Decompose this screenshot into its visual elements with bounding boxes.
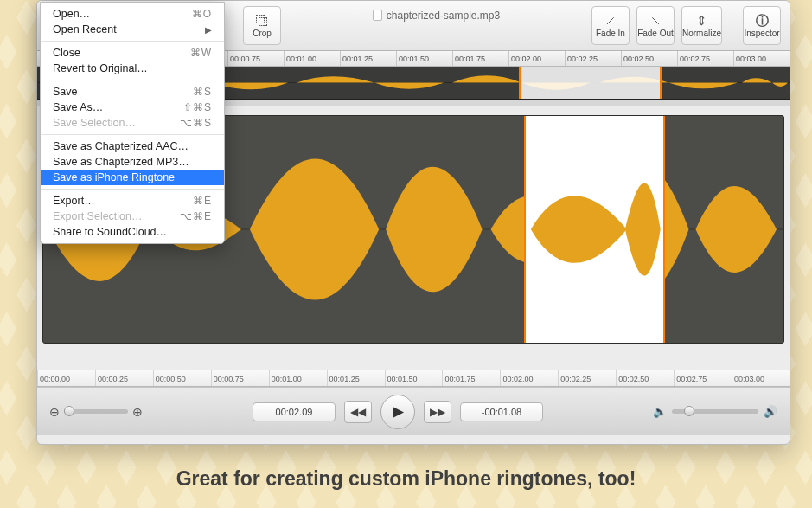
menu-save-ringtone[interactable]: Save as iPhone Ringtone <box>41 170 224 185</box>
menu-save-selection: Save Selection…⌥⌘S <box>41 115 224 131</box>
volume-slider[interactable] <box>672 409 758 414</box>
menu-separator <box>41 80 224 80</box>
crop-icon: ⿻ <box>256 13 269 29</box>
file-icon <box>373 10 382 21</box>
window-title: chapterized-sample.mp3 <box>288 10 585 22</box>
info-icon: ⓘ <box>756 13 769 29</box>
menu-save-as[interactable]: Save As…⇧⌘S <box>41 100 224 115</box>
fade-out-button[interactable]: ⟍ Fade Out <box>636 6 675 45</box>
crop-label: Crop <box>253 29 272 38</box>
volume-knob[interactable] <box>684 406 694 416</box>
waveform-selection[interactable] <box>524 116 665 343</box>
menu-separator <box>41 189 224 190</box>
menu-share-soundcloud[interactable]: Share to SoundCloud… <box>41 224 224 240</box>
zoom-in-icon[interactable]: ⊕ <box>132 405 143 419</box>
zoom-out-icon[interactable]: ⊖ <box>49 405 60 419</box>
remaining-time: -00:01.08 <box>460 402 543 421</box>
menu-close[interactable]: Close⌘W <box>41 45 224 61</box>
zoom-knob[interactable] <box>64 406 74 416</box>
menu-separator <box>41 41 224 42</box>
menu-export-selection: Export Selection…⌥⌘E <box>41 209 224 224</box>
volume-control: 🔈 🔊 <box>653 405 777 418</box>
menu-save-mp3[interactable]: Save as Chapterized MP3… <box>41 154 224 170</box>
fade-out-icon: ⟍ <box>649 13 662 29</box>
menu-revert[interactable]: Revert to Original… <box>41 61 224 76</box>
fade-in-label: Fade In <box>596 29 625 38</box>
play-button[interactable]: ▶ <box>380 395 415 429</box>
menu-save-aac[interactable]: Save as Chapterized AAC… <box>41 138 224 154</box>
fade-in-button[interactable]: ⟋ Fade In <box>591 6 630 45</box>
inspector-button[interactable]: ⓘ Inspector <box>743 6 781 45</box>
menu-separator <box>41 134 224 135</box>
volume-low-icon: 🔈 <box>653 405 667 418</box>
menu-open-recent[interactable]: Open Recent▶ <box>41 22 224 37</box>
normalize-button[interactable]: ⇕ Normalize <box>681 6 722 45</box>
volume-high-icon: 🔊 <box>764 405 777 418</box>
menu-save[interactable]: Save⌘S <box>41 84 224 100</box>
marketing-tagline: Great for creating custom iPhone rington… <box>0 467 812 491</box>
rewind-button[interactable]: ◀◀ <box>344 401 372 423</box>
inspector-label: Inspector <box>744 29 779 38</box>
file-menu: Open…⌘O Open Recent▶ Close⌘W Revert to O… <box>40 2 225 244</box>
position-time: 00:02.09 <box>253 402 336 421</box>
forward-button[interactable]: ▶▶ <box>424 401 451 423</box>
crop-button[interactable]: ⿻ Crop <box>243 6 281 45</box>
transport-bar: ⊖ ⊕ 00:02.09 ◀◀ ▶ ▶▶ -00:01.08 🔈 🔊 <box>37 387 790 435</box>
timeline-ruler-bottom[interactable]: 00:00.00 00:00.25 00:00.50 00:00.75 00:0… <box>37 370 790 387</box>
zoom-control: ⊖ ⊕ <box>49 405 143 419</box>
fade-out-label: Fade Out <box>637 29 674 38</box>
menu-export[interactable]: Export…⌘E <box>41 193 224 209</box>
overview-selection[interactable] <box>519 67 662 99</box>
menu-open[interactable]: Open…⌘O <box>41 6 224 22</box>
normalize-label: Normalize <box>682 29 721 38</box>
fade-in-icon: ⟋ <box>604 13 617 29</box>
normalize-icon: ⇕ <box>696 13 707 29</box>
zoom-slider[interactable] <box>64 409 128 414</box>
chevron-right-icon: ▶ <box>205 25 212 35</box>
